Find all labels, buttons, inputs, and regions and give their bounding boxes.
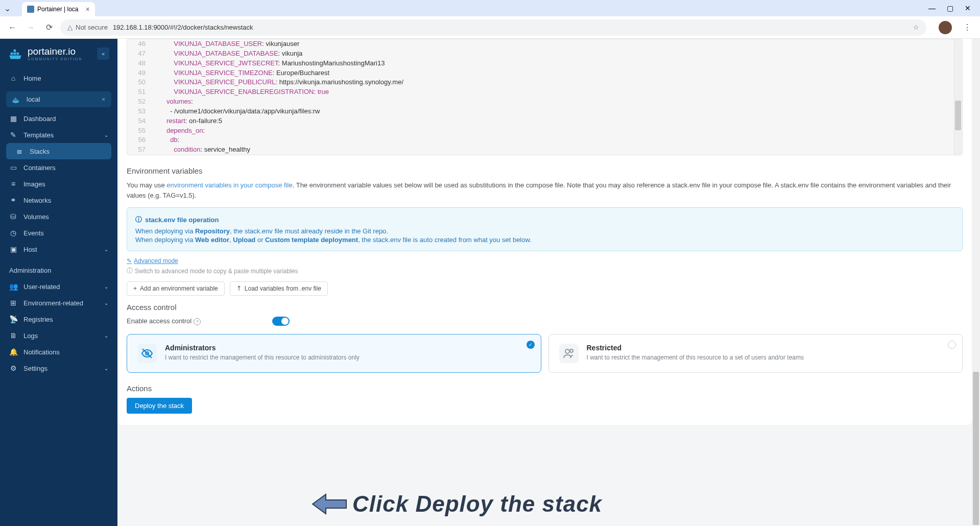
sidebar-item-host[interactable]: ▣Host⌄ — [0, 241, 117, 257]
registries-icon: 📡 — [9, 315, 17, 323]
code-line: 51 VIKUNJA_SERVICE_ENABLEREGISTRATION: t… — [127, 87, 962, 97]
containers-icon: ▭ — [9, 163, 17, 172]
logo-text: portainer.io — [28, 46, 82, 57]
admin-card-desc: I want to restrict the management of thi… — [165, 354, 360, 361]
sidebar-item-events[interactable]: ◷Events — [0, 225, 117, 241]
arrow-left-icon — [312, 491, 348, 517]
env-vars-doc-link[interactable]: environment variables in your compose fi… — [166, 181, 292, 189]
sidebar-item-dashboard[interactable]: ▦Dashboard — [0, 110, 117, 127]
logo-subtitle: COMMUNITY EDITION — [28, 57, 82, 61]
volumes-icon: ⛁ — [9, 212, 17, 221]
svg-point-2 — [565, 349, 569, 353]
web-editor[interactable]: 46 VIKUNJA_DATABASE_USER: vikunjauser47 … — [127, 39, 963, 155]
chevron-down-icon: ⌄ — [104, 247, 108, 252]
sidebar-item-registries[interactable]: 📡Registries — [0, 311, 117, 327]
code-line: 48 VIKUNJA_SERVICE_JWTSECRET: Mariushost… — [127, 59, 962, 68]
sidebar-collapse-button[interactable]: « — [97, 47, 109, 60]
gear-icon: ⚙ — [9, 364, 17, 372]
sidebar-item-images[interactable]: ≡Images — [0, 176, 117, 192]
upload-icon: ⤒ — [236, 285, 242, 292]
chevron-down-icon: ⌄ — [104, 300, 108, 306]
sidebar-item-stacks[interactable]: ≣Stacks — [6, 143, 111, 159]
sidebar-item-user-related[interactable]: 👥User-related⌄ — [0, 278, 117, 295]
enable-access-toggle[interactable] — [272, 317, 290, 326]
info-box-title: ⓘ stack.env file operation — [135, 215, 954, 224]
close-window-icon[interactable]: ✕ — [965, 4, 971, 12]
sidebar-item-templates[interactable]: ✎Templates⌄ — [0, 127, 117, 143]
env-vars-help: You may use environment variables in you… — [127, 180, 963, 200]
events-icon: ◷ — [9, 229, 17, 237]
tab-title: Portainer | loca — [37, 6, 79, 13]
portainer-logo-icon — [8, 46, 22, 61]
code-line: 56 db: — [127, 135, 962, 145]
stack-env-info-box: ⓘ stack.env file operation When deployin… — [127, 207, 963, 251]
code-line: 46 VIKUNJA_DATABASE_USER: vikunjauser — [127, 39, 962, 49]
warning-icon: △ — [67, 23, 73, 31]
sidebar-item-logs[interactable]: 🗎Logs⌄ — [0, 327, 117, 344]
restricted-card-title: Restricted — [587, 344, 804, 352]
code-line: 49 VIKUNJA_SERVICE_TIMEZONE: Europe/Buch… — [127, 68, 962, 78]
chevron-down-icon: ⌄ — [104, 366, 108, 371]
environment-pill[interactable]: local × — [6, 91, 111, 107]
host-icon: ▣ — [9, 245, 17, 253]
info-line-1: When deploying via Repository, the stack… — [135, 227, 954, 235]
stacks-icon: ≣ — [15, 147, 23, 155]
tutorial-annotation: Click Deploy the stack — [312, 491, 602, 517]
access-card-restricted[interactable]: Restricted I want to restrict the manage… — [548, 334, 963, 373]
browser-tab[interactable]: Portainer | loca × — [22, 2, 95, 16]
minimize-icon[interactable]: — — [928, 4, 936, 12]
radio-unchecked-icon — [948, 341, 956, 349]
admin-card-title: Administrators — [165, 344, 360, 352]
reload-icon[interactable]: ⟳ — [42, 20, 56, 35]
env-close-icon[interactable]: × — [102, 96, 105, 103]
address-bar[interactable]: △ Not secure 192.168.1.18:9000/#!/2/dock… — [60, 19, 926, 36]
sidebar-item-home[interactable]: ⌂ Home — [0, 70, 117, 86]
url-text: 192.168.1.18:9000/#!/2/docker/stacks/new… — [113, 23, 253, 31]
actions-heading: Actions — [127, 384, 963, 393]
add-env-var-button[interactable]: +Add an environment variable — [127, 281, 225, 296]
sidebar-item-notifications[interactable]: 🔔Notifications — [0, 344, 117, 360]
profile-avatar[interactable] — [939, 21, 952, 34]
info-icon: ⓘ — [127, 267, 133, 275]
portainer-favicon — [27, 6, 34, 13]
chevron-down-icon[interactable]: ⌄ — [4, 4, 11, 13]
eye-off-icon — [137, 344, 157, 363]
kebab-menu-icon[interactable]: ⋮ — [960, 22, 975, 32]
chevron-down-icon: ⌄ — [104, 333, 108, 339]
forward-icon[interactable]: → — [23, 20, 38, 35]
sidebar-item-networks[interactable]: ⚭Networks — [0, 192, 117, 208]
info-icon: ⓘ — [135, 215, 142, 224]
access-control-heading: Access control — [127, 303, 963, 312]
sidebar-item-env-related[interactable]: ⊞Environment-related⌄ — [0, 295, 117, 311]
close-icon[interactable]: × — [86, 5, 90, 13]
logs-icon: 🗎 — [9, 331, 17, 340]
back-icon[interactable]: ← — [5, 20, 19, 35]
browser-nav-bar: ← → ⟳ △ Not secure 192.168.1.18:9000/#!/… — [0, 16, 980, 39]
bookmark-star-icon[interactable]: ☆ — [913, 23, 919, 31]
sidebar-section-admin: Administration — [0, 257, 117, 278]
editor-scrollbar[interactable] — [954, 39, 962, 155]
sidebar-item-containers[interactable]: ▭Containers — [0, 159, 117, 176]
code-line: 57 condition: service_healthy — [127, 145, 962, 155]
sidebar-item-volumes[interactable]: ⛁Volumes — [0, 208, 117, 225]
env-vars-heading: Environment variables — [127, 166, 963, 175]
users-icon: 👥 — [9, 282, 17, 291]
deploy-stack-button[interactable]: Deploy the stack — [127, 398, 192, 414]
code-line: 53 - /volume1/docker/vikunja/data:/app/v… — [127, 107, 962, 116]
main-content: 46 VIKUNJA_DATABASE_USER: vikunjauser47 … — [117, 39, 980, 526]
load-env-file-button[interactable]: ⤒Load variables from .env file — [230, 281, 328, 296]
page-scrollbar[interactable] — [972, 39, 980, 526]
annotation-text: Click Deploy the stack — [352, 491, 602, 517]
maximize-icon[interactable]: ▢ — [947, 4, 953, 12]
home-icon: ⌂ — [9, 74, 17, 82]
sidebar-item-settings[interactable]: ⚙Settings⌄ — [0, 360, 117, 376]
edit-icon: ✎ — [127, 257, 132, 265]
code-line: 52 volumes: — [127, 97, 962, 107]
access-card-admins[interactable]: Administrators I want to restrict the ma… — [127, 334, 541, 373]
advanced-mode-link[interactable]: ✎Advanced mode — [127, 257, 178, 265]
logo: portainer.io COMMUNITY EDITION « — [0, 46, 117, 70]
help-icon[interactable]: ? — [194, 318, 201, 325]
window-controls: — ▢ ✕ — [928, 4, 976, 12]
env-icon: ⊞ — [9, 299, 17, 307]
docker-icon — [12, 96, 21, 103]
